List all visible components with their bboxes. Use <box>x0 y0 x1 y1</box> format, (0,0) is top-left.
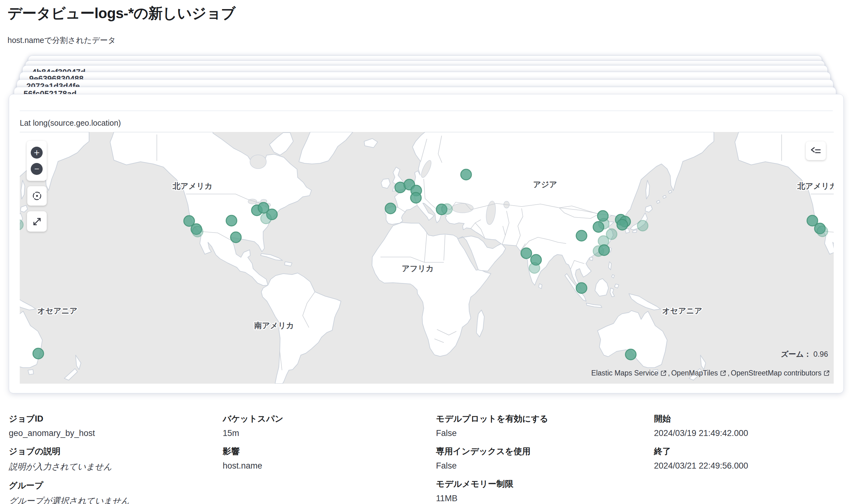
detail-label: グループ <box>9 480 223 491</box>
continent-label: 北アメリカ <box>172 181 212 190</box>
host-card-title <box>28 56 822 58</box>
attribution-text: OpenMapTiles <box>671 369 718 377</box>
external-link-icon <box>823 370 830 376</box>
detail-item: グループグループが選択されていません <box>9 480 223 504</box>
details-column: 開始2024/03/19 21:49:42.000終了2024/03/21 22… <box>654 413 845 504</box>
external-link-icon <box>720 370 726 376</box>
continent-label: アジア <box>533 180 557 189</box>
geo-point <box>593 221 604 232</box>
detail-value: 11MB <box>436 494 654 503</box>
host-card-title <box>25 61 825 63</box>
job-details: ジョブIDgeo_anomary_by_hostジョブの説明説明が入力されていま… <box>9 413 845 504</box>
detail-label: ジョブの説明 <box>9 446 223 457</box>
detail-item: ジョブIDgeo_anomary_by_host <box>9 413 223 438</box>
geo-point <box>599 245 609 255</box>
details-column: ジョブIDgeo_anomary_by_hostジョブの説明説明が入力されていま… <box>9 413 223 504</box>
detail-label: モデルメモリー制限 <box>436 478 654 490</box>
detail-label: 影響 <box>223 446 436 457</box>
detail-item: 終了2024/03/21 22:49:56.000 <box>654 446 845 471</box>
expand-diagonal-icon <box>31 216 43 227</box>
geo-point <box>226 215 237 226</box>
detail-label: 専用インデックスを使用 <box>436 446 654 457</box>
attribution-separator: , <box>728 369 730 377</box>
detail-value: 2024/03/19 21:49:42.000 <box>654 429 845 438</box>
attribution-link[interactable]: Elastic Maps Service <box>591 369 666 377</box>
page-subtitle: host.nameで分割されたデータ <box>7 35 116 46</box>
detail-value: 15m <box>223 429 436 438</box>
set-view-button[interactable] <box>27 186 47 205</box>
geo-point <box>637 220 648 231</box>
geo-point <box>230 232 241 242</box>
minus-icon: － <box>32 163 41 174</box>
zoom-in-button[interactable]: ＋ <box>31 147 43 159</box>
detail-label: 開始 <box>654 413 845 425</box>
geo-point <box>192 226 203 237</box>
card-divider <box>20 111 833 111</box>
continent-label: オセアニア <box>662 306 702 315</box>
map-attribution: Elastic Maps Service , OpenMapTiles , Op… <box>591 369 830 377</box>
plus-icon: ＋ <box>32 147 41 158</box>
geo-field-label: Lat long(source.geo.location) <box>20 119 844 128</box>
detail-item: バケットスパン15m <box>223 413 436 438</box>
zoom-indicator-label: ズーム： <box>781 350 811 358</box>
attribution-link[interactable]: OpenStreetMap contributors <box>731 369 830 377</box>
external-link-icon <box>660 370 667 376</box>
detail-item: モデルメモリー制限11MB <box>436 478 654 503</box>
geo-point <box>576 283 587 293</box>
continent-label: 北アメリカ <box>797 181 834 190</box>
detail-item: モデルプロットを有効にするFalse <box>436 413 654 438</box>
geo-point <box>441 204 452 214</box>
detail-value: グループが選択されていません <box>9 495 223 504</box>
geo-point <box>625 349 636 360</box>
continent-label: 南アメリカ <box>254 321 294 330</box>
detail-value: 2024/03/21 22:49:56.000 <box>654 461 845 471</box>
geo-point <box>576 230 587 241</box>
menu-left-icon <box>811 147 821 155</box>
geo-point <box>529 263 540 273</box>
detail-item: 開始2024/03/19 21:49:42.000 <box>654 413 845 438</box>
geo-point <box>411 193 421 203</box>
detail-value: host.name <box>223 461 436 471</box>
world-map-svg: 北アメリカアジアアフリカ南アメリカオセアニアオセアニア北アメリカ <box>20 132 834 384</box>
geo-point <box>33 348 44 359</box>
continent-label: オセアニア <box>37 306 77 315</box>
geo-point <box>261 213 271 224</box>
preview-card: Lat long(source.geo.location) <box>9 94 844 393</box>
detail-value: False <box>436 461 654 471</box>
attribution-text: OpenStreetMap contributors <box>731 369 821 377</box>
fullscreen-button[interactable] <box>27 211 47 232</box>
preview-card-header <box>9 94 844 111</box>
detail-label: バケットスパン <box>223 413 436 425</box>
detail-item: ジョブの説明説明が入力されていません <box>9 446 223 472</box>
attribution-separator: , <box>668 369 670 377</box>
detail-item: 影響host.name <box>223 446 436 471</box>
geo-preview-map[interactable]: 北アメリカアジアアフリカ南アメリカオセアニアオセアニア北アメリカ ＋ － <box>20 132 834 384</box>
detail-label: 終了 <box>654 446 845 457</box>
geo-point <box>461 169 471 180</box>
details-column: モデルプロットを有効にするFalse専用インデックスを使用Falseモデルメモリ… <box>436 413 654 504</box>
geo-point <box>617 219 628 230</box>
geo-point <box>817 226 828 237</box>
detail-value: geo_anomary_by_host <box>9 429 223 438</box>
detail-label: ジョブID <box>9 413 223 425</box>
attribution-link[interactable]: OpenMapTiles <box>671 369 726 377</box>
crosshair-icon <box>32 191 42 201</box>
page-title: データビューlogs-*の新しいジョブ <box>7 4 236 23</box>
detail-item: 専用インデックスを使用False <box>436 446 654 471</box>
zoom-out-button[interactable]: － <box>31 163 43 175</box>
map-zoom-control: ＋ － <box>27 141 47 181</box>
detail-label: モデルプロットを有効にする <box>436 413 654 425</box>
zoom-indicator-value: 0.96 <box>813 350 828 358</box>
attribution-text: Elastic Maps Service <box>591 369 658 377</box>
detail-value: 説明が入力されていません <box>9 461 223 472</box>
continent-label: アフリカ <box>402 264 434 273</box>
geo-point <box>521 248 532 258</box>
collapse-legend-button[interactable] <box>806 141 826 160</box>
detail-value: False <box>436 429 654 438</box>
details-column: バケットスパン15m影響host.name <box>223 413 436 504</box>
geo-point <box>385 203 396 214</box>
map-zoom-indicator: ズーム： 0.96 <box>781 349 828 359</box>
